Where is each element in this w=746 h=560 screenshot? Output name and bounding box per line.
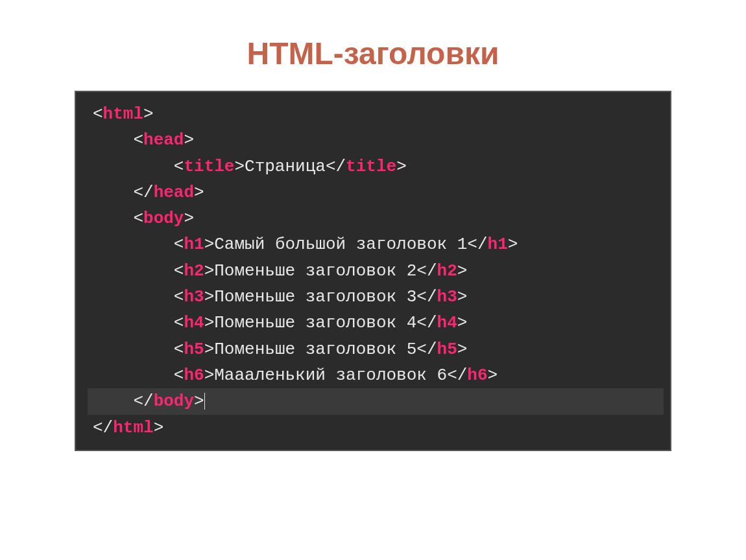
code-line: <html> <box>88 101 658 127</box>
code-line: <h2>Поменьше заголовок 2</h2> <box>88 258 658 284</box>
code-line: <head> <box>88 127 658 153</box>
slide: HTML-заголовки <html> <head> <title>Стра… <box>0 0 746 560</box>
code-line: </html> <box>88 415 658 441</box>
code-line: <body> <box>88 205 658 231</box>
code-line: <h3>Поменьше заголовок 3</h3> <box>88 284 658 310</box>
code-editor: <html> <head> <title>Страница</title> </… <box>75 91 671 451</box>
code-line: <h4>Поменьше заголовок 4</h4> <box>88 310 658 336</box>
code-line: <title>Страница</title> <box>88 154 658 180</box>
slide-title: HTML-заголовки <box>0 0 746 91</box>
code-line: </body> <box>88 388 664 414</box>
code-line: </head> <box>88 180 658 205</box>
code-line: <h1>Самый большой заголовок 1</h1> <box>88 231 658 257</box>
code-line: <h6>Маааленький заголовок 6</h6> <box>88 362 658 388</box>
code-line: <h5>Поменьше заголовок 5</h5> <box>88 336 658 362</box>
code-content: <html> <head> <title>Страница</title> </… <box>76 92 670 450</box>
